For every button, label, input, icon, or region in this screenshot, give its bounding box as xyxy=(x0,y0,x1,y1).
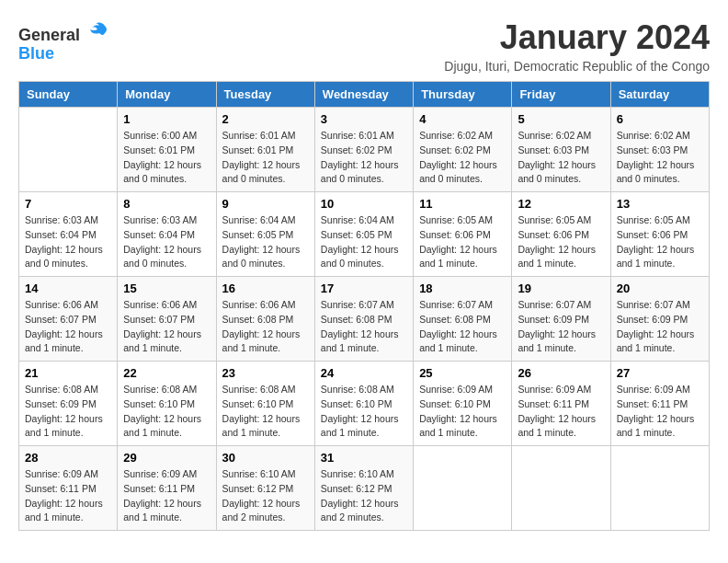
day-number: 6 xyxy=(617,112,703,126)
day-cell: 10Sunrise: 6:04 AMSunset: 6:05 PMDayligh… xyxy=(314,192,413,277)
day-info: Sunrise: 6:06 AMSunset: 6:08 PMDaylight:… xyxy=(222,298,309,356)
title-area: January 2024 Djugu, Ituri, Democratic Re… xyxy=(444,18,710,74)
day-number: 2 xyxy=(222,112,309,126)
day-info: Sunrise: 6:08 AMSunset: 6:09 PMDaylight:… xyxy=(25,383,111,441)
day-number: 1 xyxy=(123,112,210,126)
day-cell: 20Sunrise: 6:07 AMSunset: 6:09 PMDayligh… xyxy=(610,277,709,362)
week-row-4: 21Sunrise: 6:08 AMSunset: 6:09 PMDayligh… xyxy=(19,362,710,446)
day-number: 28 xyxy=(25,451,111,465)
day-info: Sunrise: 6:09 AMSunset: 6:11 PMDaylight:… xyxy=(25,467,111,525)
day-info: Sunrise: 6:02 AMSunset: 6:03 PMDaylight:… xyxy=(518,129,604,187)
day-cell: 23Sunrise: 6:08 AMSunset: 6:10 PMDayligh… xyxy=(216,362,314,446)
month-title: January 2024 xyxy=(444,18,710,57)
day-cell: 11Sunrise: 6:05 AMSunset: 6:06 PMDayligh… xyxy=(414,192,512,277)
day-cell: 27Sunrise: 6:09 AMSunset: 6:11 PMDayligh… xyxy=(610,362,709,446)
day-header-wednesday: Wednesday xyxy=(314,82,413,108)
day-cell: 4Sunrise: 6:02 AMSunset: 6:02 PMDaylight… xyxy=(414,108,512,192)
day-number: 16 xyxy=(222,282,309,295)
day-info: Sunrise: 6:10 AMSunset: 6:12 PMDaylight:… xyxy=(321,467,407,525)
day-info: Sunrise: 6:05 AMSunset: 6:06 PMDaylight:… xyxy=(419,213,506,271)
day-info: Sunrise: 6:06 AMSunset: 6:07 PMDaylight:… xyxy=(123,298,210,356)
week-row-1: 1Sunrise: 6:00 AMSunset: 6:01 PMDaylight… xyxy=(19,108,710,192)
day-cell: 14Sunrise: 6:06 AMSunset: 6:07 PMDayligh… xyxy=(19,277,118,362)
day-number: 8 xyxy=(123,197,210,211)
day-cell: 1Sunrise: 6:00 AMSunset: 6:01 PMDaylight… xyxy=(118,108,216,192)
week-row-2: 7Sunrise: 6:03 AMSunset: 6:04 PMDaylight… xyxy=(19,192,710,277)
day-number: 11 xyxy=(419,197,506,211)
day-number: 4 xyxy=(419,112,506,126)
day-info: Sunrise: 6:03 AMSunset: 6:04 PMDaylight:… xyxy=(123,213,210,271)
day-header-sunday: Sunday xyxy=(19,82,118,108)
day-cell: 9Sunrise: 6:04 AMSunset: 6:05 PMDaylight… xyxy=(216,192,314,277)
day-info: Sunrise: 6:10 AMSunset: 6:12 PMDaylight:… xyxy=(222,467,309,525)
day-cell: 26Sunrise: 6:09 AMSunset: 6:11 PMDayligh… xyxy=(512,362,610,446)
logo-blue: Blue xyxy=(18,44,54,63)
day-cell: 17Sunrise: 6:07 AMSunset: 6:08 PMDayligh… xyxy=(314,277,413,362)
day-number: 22 xyxy=(123,366,210,380)
day-header-tuesday: Tuesday xyxy=(216,82,314,108)
day-number: 3 xyxy=(321,112,407,126)
day-info: Sunrise: 6:02 AMSunset: 6:02 PMDaylight:… xyxy=(419,129,506,187)
day-info: Sunrise: 6:00 AMSunset: 6:01 PMDaylight:… xyxy=(123,129,210,187)
day-info: Sunrise: 6:02 AMSunset: 6:03 PMDaylight:… xyxy=(617,129,703,187)
day-number: 29 xyxy=(123,451,210,465)
day-cell xyxy=(19,108,118,192)
day-info: Sunrise: 6:09 AMSunset: 6:10 PMDaylight:… xyxy=(419,383,506,441)
day-number: 27 xyxy=(617,366,703,380)
day-number: 25 xyxy=(419,366,506,380)
day-info: Sunrise: 6:05 AMSunset: 6:06 PMDaylight:… xyxy=(617,213,703,271)
day-cell: 18Sunrise: 6:07 AMSunset: 6:08 PMDayligh… xyxy=(414,277,512,362)
day-cell: 24Sunrise: 6:08 AMSunset: 6:10 PMDayligh… xyxy=(314,362,413,446)
day-info: Sunrise: 6:01 AMSunset: 6:01 PMDaylight:… xyxy=(222,129,309,187)
day-info: Sunrise: 6:09 AMSunset: 6:11 PMDaylight:… xyxy=(617,383,703,441)
day-info: Sunrise: 6:08 AMSunset: 6:10 PMDaylight:… xyxy=(321,383,407,441)
day-info: Sunrise: 6:07 AMSunset: 6:09 PMDaylight:… xyxy=(518,298,604,356)
day-number: 24 xyxy=(321,366,407,380)
day-header-monday: Monday xyxy=(118,82,216,108)
day-cell xyxy=(414,446,512,531)
day-number: 19 xyxy=(518,282,604,295)
day-info: Sunrise: 6:04 AMSunset: 6:05 PMDaylight:… xyxy=(222,213,309,271)
day-info: Sunrise: 6:08 AMSunset: 6:10 PMDaylight:… xyxy=(222,383,309,441)
day-cell: 15Sunrise: 6:06 AMSunset: 6:07 PMDayligh… xyxy=(118,277,216,362)
day-number: 21 xyxy=(25,366,111,380)
day-cell: 3Sunrise: 6:01 AMSunset: 6:02 PMDaylight… xyxy=(314,108,413,192)
day-info: Sunrise: 6:09 AMSunset: 6:11 PMDaylight:… xyxy=(518,383,604,441)
day-header-saturday: Saturday xyxy=(610,82,709,108)
day-number: 18 xyxy=(419,282,506,295)
day-number: 26 xyxy=(518,366,604,380)
day-cell: 22Sunrise: 6:08 AMSunset: 6:10 PMDayligh… xyxy=(118,362,216,446)
day-info: Sunrise: 6:07 AMSunset: 6:08 PMDaylight:… xyxy=(419,298,506,356)
calendar-table: SundayMondayTuesdayWednesdayThursdayFrid… xyxy=(18,81,710,531)
day-number: 7 xyxy=(25,197,111,211)
day-info: Sunrise: 6:06 AMSunset: 6:07 PMDaylight:… xyxy=(25,298,111,356)
day-info: Sunrise: 6:08 AMSunset: 6:10 PMDaylight:… xyxy=(123,383,210,441)
day-info: Sunrise: 6:07 AMSunset: 6:09 PMDaylight:… xyxy=(617,298,703,356)
day-info: Sunrise: 6:05 AMSunset: 6:06 PMDaylight:… xyxy=(518,213,604,271)
day-number: 9 xyxy=(222,197,309,211)
day-number: 23 xyxy=(222,366,309,380)
day-info: Sunrise: 6:09 AMSunset: 6:11 PMDaylight:… xyxy=(123,467,210,525)
day-cell xyxy=(512,446,610,531)
logo-general: General xyxy=(18,26,80,44)
day-cell: 13Sunrise: 6:05 AMSunset: 6:06 PMDayligh… xyxy=(610,192,709,277)
day-cell: 12Sunrise: 6:05 AMSunset: 6:06 PMDayligh… xyxy=(512,192,610,277)
day-number: 14 xyxy=(25,282,111,295)
day-header-friday: Friday xyxy=(512,82,610,108)
logo-text: General Blue xyxy=(18,22,108,63)
day-number: 10 xyxy=(321,197,407,211)
day-cell: 5Sunrise: 6:02 AMSunset: 6:03 PMDaylight… xyxy=(512,108,610,192)
day-cell: 6Sunrise: 6:02 AMSunset: 6:03 PMDaylight… xyxy=(610,108,709,192)
day-cell: 8Sunrise: 6:03 AMSunset: 6:04 PMDaylight… xyxy=(118,192,216,277)
day-info: Sunrise: 6:04 AMSunset: 6:05 PMDaylight:… xyxy=(321,213,407,271)
day-header-thursday: Thursday xyxy=(414,82,512,108)
day-number: 31 xyxy=(321,451,407,465)
day-info: Sunrise: 6:07 AMSunset: 6:08 PMDaylight:… xyxy=(321,298,407,356)
day-cell: 21Sunrise: 6:08 AMSunset: 6:09 PMDayligh… xyxy=(19,362,118,446)
day-cell: 19Sunrise: 6:07 AMSunset: 6:09 PMDayligh… xyxy=(512,277,610,362)
day-cell: 2Sunrise: 6:01 AMSunset: 6:01 PMDaylight… xyxy=(216,108,314,192)
location-subtitle: Djugu, Ituri, Democratic Republic of the… xyxy=(444,59,710,74)
day-number: 30 xyxy=(222,451,309,465)
day-cell: 31Sunrise: 6:10 AMSunset: 6:12 PMDayligh… xyxy=(314,446,413,531)
week-row-5: 28Sunrise: 6:09 AMSunset: 6:11 PMDayligh… xyxy=(19,446,710,531)
